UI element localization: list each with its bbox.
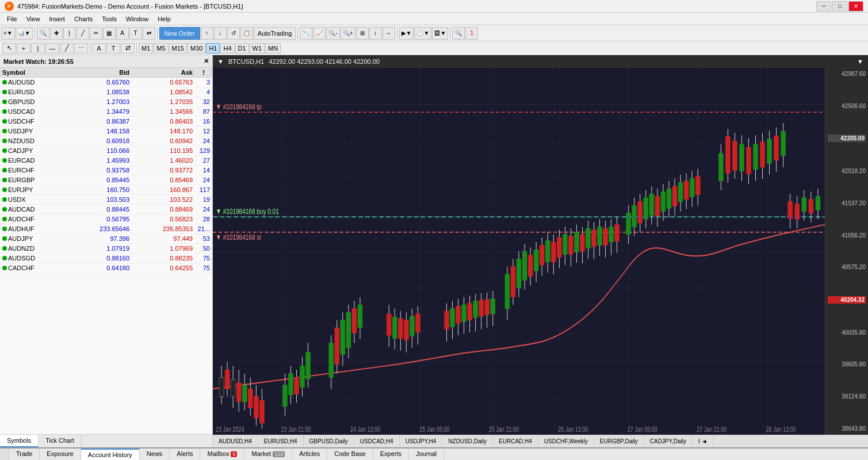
tab-mailbox[interactable]: Mailbox 5 xyxy=(200,448,244,460)
tf-w1[interactable]: W1 xyxy=(250,43,265,53)
arrow-tool[interactable]: T xyxy=(106,43,120,53)
tline-tool[interactable]: ╱ xyxy=(60,43,74,53)
new-chart-button[interactable]: +▼ xyxy=(1,27,15,40)
market-watch-row[interactable]: EURCHF 0.93758 0.93772 14 xyxy=(0,166,212,175)
tab-tick-chart[interactable]: Tick Chart xyxy=(39,435,82,447)
market-watch-row[interactable]: AUDUSD 0.65760 0.65763 3 xyxy=(0,78,212,87)
market-watch-row[interactable]: EURCAD 1.45993 1.46020 27 xyxy=(0,156,212,166)
market-watch-row[interactable]: AUDCHF 0.56795 0.56823 28 xyxy=(0,214,212,224)
chart-canvas-area[interactable]: ▼ #101984168 tp ▼ #101984168 buy 0.01 ▼ … xyxy=(213,68,825,435)
tab-trade[interactable]: Trade xyxy=(9,448,40,460)
tab-experts[interactable]: Experts xyxy=(373,448,409,460)
market-watch-row[interactable]: NZDUSD 0.60918 0.60942 24 xyxy=(0,136,212,146)
minimize-button[interactable]: ─ xyxy=(816,1,831,12)
zoom-in2-button[interactable]: 🔍+ xyxy=(341,27,355,40)
indicator1-button[interactable]: 📉 xyxy=(300,27,312,40)
sym-tab-eurcad[interactable]: EURCAD,H4 xyxy=(493,435,538,448)
market-watch-row[interactable]: EURGBP 0.85445 0.85469 24 xyxy=(0,175,212,185)
trade-button[interactable]: ▶▼ xyxy=(399,27,414,40)
tf-d1[interactable]: D1 xyxy=(235,43,249,53)
label-tool[interactable]: ⇄ xyxy=(121,43,135,53)
menu-tools[interactable]: Tools xyxy=(97,14,121,24)
grid-button2[interactable]: ⊞ xyxy=(356,27,369,40)
market-watch-row[interactable]: EURJPY 160.750 160.867 117 xyxy=(0,185,212,195)
history-button[interactable]: 📋 xyxy=(240,27,253,40)
menu-help[interactable]: Help xyxy=(153,14,175,24)
grid-button[interactable]: ▦ xyxy=(103,27,116,40)
template-button[interactable]: 🖼▼ xyxy=(432,27,448,40)
tab-journal[interactable]: Journal xyxy=(409,448,444,460)
menu-window[interactable]: Window xyxy=(121,14,153,24)
titlebar-controls[interactable]: ─ □ ✕ xyxy=(816,1,863,12)
market-watch-row[interactable]: CADCHF 0.64180 0.64255 75 xyxy=(0,263,212,273)
autotrading-button[interactable]: AutoTrading xyxy=(254,27,296,40)
sym-tab-usdcad[interactable]: USDCAD,H4 xyxy=(354,435,400,448)
tab-alerts[interactable]: Alerts xyxy=(170,448,200,460)
sym-tab-gbpusd[interactable]: GBPUSD,Daily xyxy=(304,435,354,448)
market-watch-row[interactable]: AUDSGD 0.88160 0.88235 75 xyxy=(0,254,212,263)
chart-dropdown-icon[interactable]: ▼ xyxy=(857,58,863,65)
market-watch-row[interactable]: AUDNZD 1.07919 1.07969 50 xyxy=(0,244,212,254)
tf-h4[interactable]: H4 xyxy=(220,43,234,53)
tab-exposure[interactable]: Exposure xyxy=(40,448,81,460)
text-button[interactable]: A xyxy=(116,27,129,40)
tab-account-history[interactable]: Account History xyxy=(81,448,140,460)
clock-button[interactable]: 🕐▼ xyxy=(414,27,431,40)
market-watch-row[interactable]: USDCAD 1.34479 1.34566 87 xyxy=(0,107,212,117)
zoom-out-button[interactable]: 🔍- xyxy=(326,27,339,40)
sym-tab-nzdusd[interactable]: NZDUSD,Daily xyxy=(442,435,493,448)
scale-button[interactable]: ↕ xyxy=(369,27,382,40)
text-tool[interactable]: A xyxy=(92,43,106,53)
buy-button[interactable]: ↑ xyxy=(201,27,213,40)
market-watch-row[interactable]: USDJPY 148.158 148.170 12 xyxy=(0,126,212,136)
market-watch-row[interactable]: USDX 103.503 103.522 19 xyxy=(0,195,212,205)
cursor-tool[interactable]: ↖ xyxy=(2,43,16,53)
sym-tab-eurgbp[interactable]: EURGBP,Daily xyxy=(594,435,644,448)
sym-tab-cadjpy[interactable]: CADJPY,Daily xyxy=(644,435,693,448)
multi-tool[interactable]: ⋯ xyxy=(74,43,88,53)
profile-button[interactable]: 📊▼ xyxy=(16,27,33,40)
market-watch-close[interactable]: ✕ xyxy=(204,57,209,65)
market-watch-row[interactable]: AUDJPY 97.396 97.449 53 xyxy=(0,234,212,244)
market-watch-row[interactable]: USDCHF 0.86387 0.86403 16 xyxy=(0,117,212,126)
tf-mn[interactable]: MN xyxy=(265,43,281,53)
sell-button[interactable]: ↓ xyxy=(214,27,227,40)
sym-tab-audusd[interactable]: AUDUSD,H4 xyxy=(213,435,258,448)
tab-news[interactable]: News xyxy=(140,448,170,460)
sym-tab-eurusd[interactable]: EURUSD,H4 xyxy=(258,435,304,448)
zoom-in-button[interactable]: 🔍 xyxy=(37,27,49,40)
menu-insert[interactable]: Insert xyxy=(44,14,70,24)
refresh-button[interactable]: ↺ xyxy=(227,27,240,40)
period-sep-button[interactable]: | xyxy=(63,27,76,40)
terminal-label[interactable]: Terminal xyxy=(0,448,9,460)
scale2-button[interactable]: ↔ xyxy=(383,27,395,40)
menu-charts[interactable]: Charts xyxy=(70,14,97,24)
arrow-button[interactable]: ⇄ xyxy=(143,27,155,40)
market-watch-row[interactable]: AUDHUF 233.65646 235.85353 21... xyxy=(0,224,212,234)
tab-codebase[interactable]: Code Base xyxy=(327,448,373,460)
tab-articles[interactable]: Articles xyxy=(292,448,327,460)
line-button[interactable]: ╱ xyxy=(77,27,89,40)
tf-m30[interactable]: M30 xyxy=(188,43,205,53)
market-watch-row[interactable]: GBPUSD 1.27003 1.27035 32 xyxy=(0,97,212,107)
menu-file[interactable]: File xyxy=(2,14,22,24)
crosshair-button[interactable]: ✚ xyxy=(50,27,63,40)
close-button[interactable]: ✕ xyxy=(848,1,863,12)
hline-tool[interactable]: — xyxy=(45,43,59,53)
tab-market[interactable]: Market 110 xyxy=(244,448,292,460)
market-watch-row[interactable]: AUDCAD 0.88445 0.88469 24 xyxy=(0,205,212,214)
notification-button[interactable]: 1 xyxy=(465,27,478,40)
new-order-button[interactable]: New Order xyxy=(159,27,200,40)
tf-m15[interactable]: M15 xyxy=(169,43,187,53)
vline-tool[interactable]: | xyxy=(31,43,45,53)
sym-tab-more[interactable]: I ◄ xyxy=(693,435,713,448)
market-watch-row[interactable]: CADJPY 110.066 110.195 129 xyxy=(0,146,212,156)
tf-h1[interactable]: H1 xyxy=(206,43,220,53)
market-watch-row[interactable]: EURUSD 1.08538 1.08542 4 xyxy=(0,87,212,97)
tf-m5[interactable]: M5 xyxy=(154,43,168,53)
pencil-button[interactable]: ✏ xyxy=(90,27,102,40)
tab-symbols[interactable]: Symbols xyxy=(0,435,39,447)
label-button[interactable]: T xyxy=(129,27,142,40)
menu-view[interactable]: View xyxy=(22,14,45,24)
maximize-button[interactable]: □ xyxy=(832,1,847,12)
